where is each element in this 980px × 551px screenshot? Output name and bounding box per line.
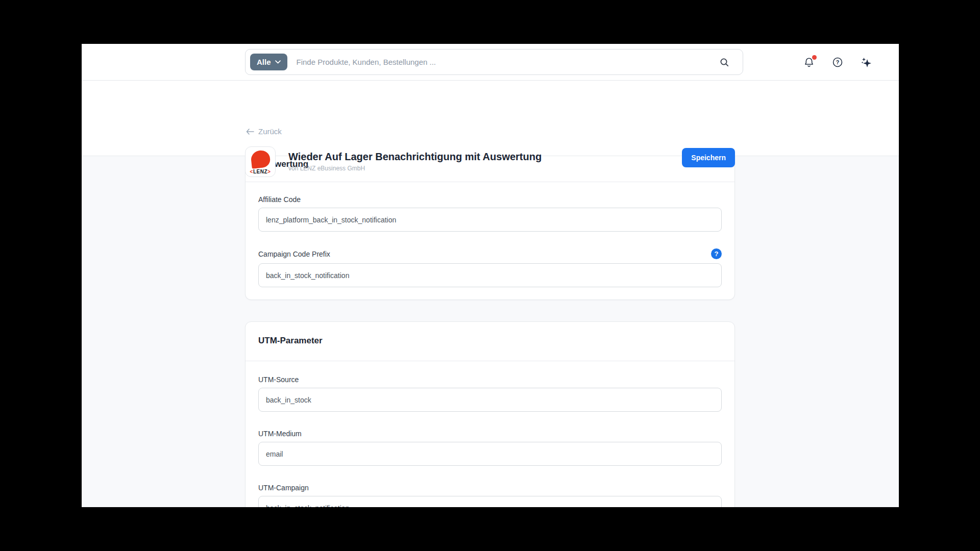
letterbox: Alle ? xyxy=(0,0,980,551)
assistant-button[interactable] xyxy=(860,56,872,68)
app-header: Zurück <LENZ> Wieder Auf Lager Benachric… xyxy=(82,81,899,156)
lenz-logo-text: <LENZ> xyxy=(250,169,271,174)
back-label: Zurück xyxy=(258,127,282,136)
notification-dot-icon xyxy=(812,55,817,60)
label-row: Campaign Code Prefix ? xyxy=(258,248,722,259)
app-window: Alle ? xyxy=(82,44,899,507)
utm-medium-input[interactable] xyxy=(258,442,722,466)
card-title: UTM-Parameter xyxy=(258,336,722,346)
help-icon: ? xyxy=(832,57,843,68)
lenz-blob-icon xyxy=(250,149,271,169)
notifications-button[interactable] xyxy=(803,56,815,68)
sparkles-icon xyxy=(860,56,872,68)
save-button[interactable]: Speichern xyxy=(682,148,735,167)
app-title-row: <LENZ> Wieder Auf Lager Benachrichtigung… xyxy=(245,146,735,177)
field-label: UTM-Source xyxy=(258,375,722,384)
field-label: UTM-Medium xyxy=(258,430,722,438)
search-input[interactable] xyxy=(297,58,719,66)
affiliate-code-input[interactable] xyxy=(258,208,722,232)
field-utm-campaign: UTM-Campaign xyxy=(258,484,722,507)
search-icon[interactable] xyxy=(719,57,729,67)
utm-campaign-input[interactable] xyxy=(258,496,722,507)
field-utm-medium: UTM-Medium xyxy=(258,430,722,466)
help-button[interactable]: ? xyxy=(831,56,844,68)
field-label: Campaign Code Prefix xyxy=(258,250,330,258)
search-scope-label: Alle xyxy=(257,58,271,66)
card-body: Affiliate Code Campaign Code Prefix ? xyxy=(246,182,734,299)
chevron-down-icon xyxy=(275,60,281,64)
campaign-code-prefix-input[interactable] xyxy=(258,263,722,287)
field-label: UTM-Campaign xyxy=(258,484,722,492)
search-bar[interactable]: Alle xyxy=(245,49,743,75)
card-auswertung: Auswertung Affiliate Code Campaign Code … xyxy=(245,156,735,300)
field-help-icon[interactable]: ? xyxy=(711,248,722,259)
app-vendor: von LENZ eBusiness GmbH xyxy=(288,165,682,172)
back-link[interactable]: Zurück xyxy=(246,127,282,136)
field-campaign-code-prefix: Campaign Code Prefix ? xyxy=(258,248,722,287)
page-title: Wieder Auf Lager Benachrichtigung mit Au… xyxy=(288,151,682,163)
search-scope-button[interactable]: Alle xyxy=(250,54,287,70)
content-area: Auswertung Affiliate Code Campaign Code … xyxy=(82,156,899,507)
card-header: UTM-Parameter xyxy=(246,322,734,361)
app-logo: <LENZ> xyxy=(245,146,276,177)
utm-source-input[interactable] xyxy=(258,388,722,412)
card-body: UTM-Source UTM-Medium UTM-Campaign xyxy=(246,361,734,507)
field-utm-source: UTM-Source xyxy=(258,375,722,412)
card-utm-parameter: UTM-Parameter UTM-Source UTM-Medium UTM-… xyxy=(245,321,735,507)
field-affiliate-code: Affiliate Code xyxy=(258,195,722,232)
svg-text:?: ? xyxy=(836,59,839,65)
topbar: Alle ? xyxy=(82,44,899,81)
title-block: Wieder Auf Lager Benachrichtigung mit Au… xyxy=(288,146,682,172)
field-label: Affiliate Code xyxy=(258,195,722,204)
topbar-actions: ? xyxy=(803,44,872,81)
back-arrow-icon xyxy=(246,129,254,135)
